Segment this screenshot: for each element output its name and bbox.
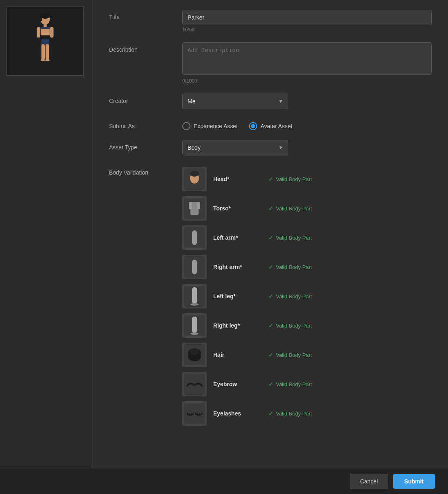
description-input[interactable] <box>182 42 432 75</box>
svg-rect-3 <box>44 24 46 27</box>
footer-bar: Cancel Submit <box>0 468 448 494</box>
left-arm-status: ✓ Valid Body Part <box>269 234 312 241</box>
svg-point-11 <box>41 59 45 61</box>
cancel-button[interactable]: Cancel <box>350 474 388 489</box>
body-validation-section: Body Validation Head* ✓ Valid Body P <box>109 165 432 427</box>
submit-button[interactable]: Submit <box>393 474 435 489</box>
left-leg-thumb <box>182 284 207 308</box>
check-icon: ✓ <box>269 410 273 417</box>
title-control: 16/50 <box>182 10 432 33</box>
table-row: Torso* ✓ Valid Body Part <box>182 195 432 222</box>
creator-row: Creator Me Group ▼ <box>109 94 432 109</box>
torso-status: ✓ Valid Body Part <box>269 205 312 212</box>
left-arm-status-text: Valid Body Part <box>276 235 312 241</box>
avatar-asset-radio[interactable] <box>249 122 257 130</box>
asset-type-row: Asset Type Body Clothing Accessory ▼ <box>109 140 432 155</box>
hair-status: ✓ Valid Body Part <box>269 352 312 358</box>
svg-rect-6 <box>42 39 49 44</box>
svg-point-15 <box>190 171 199 177</box>
table-row: Eyebrow ✓ Valid Body Part <box>182 370 432 398</box>
creator-label: Creator <box>109 94 182 104</box>
submit-as-radio-group: Experience Asset Avatar Asset <box>182 119 432 130</box>
avatar-asset-option[interactable]: Avatar Asset <box>249 122 292 130</box>
title-label: Title <box>109 10 182 20</box>
check-icon: ✓ <box>269 205 273 212</box>
sidebar <box>0 0 93 468</box>
eyelashes-name: Eyelashes <box>213 410 262 417</box>
submit-as-row: Submit As Experience Asset Avatar Asset <box>109 119 432 130</box>
title-input[interactable] <box>182 10 432 25</box>
svg-rect-35 <box>184 374 205 395</box>
right-leg-status: ✓ Valid Body Part <box>269 322 312 329</box>
check-icon: ✓ <box>269 352 273 358</box>
hair-name: Hair <box>213 352 262 358</box>
check-icon: ✓ <box>269 176 273 182</box>
table-row: Right leg* ✓ Valid Body Part <box>182 312 432 339</box>
torso-thumb <box>182 196 207 221</box>
svg-rect-25 <box>192 287 197 304</box>
svg-rect-2 <box>41 15 42 21</box>
eyelashes-status: ✓ Valid Body Part <box>269 410 312 417</box>
torso-name: Torso* <box>213 205 262 212</box>
check-icon: ✓ <box>269 381 273 387</box>
left-leg-status-text: Valid Body Part <box>276 293 312 299</box>
description-char-count: 0/1000 <box>182 78 432 84</box>
svg-rect-5 <box>41 27 50 29</box>
submit-as-control: Experience Asset Avatar Asset <box>182 119 432 130</box>
table-row: Left arm* ✓ Valid Body Part <box>182 224 432 251</box>
head-name: Head* <box>213 176 262 182</box>
eyelashes-status-text: Valid Body Part <box>276 411 312 417</box>
description-control: 0/1000 <box>182 42 432 84</box>
right-leg-status-text: Valid Body Part <box>276 323 312 329</box>
check-icon: ✓ <box>269 322 273 329</box>
creator-control: Me Group ▼ <box>182 94 432 109</box>
svg-line-38 <box>189 413 190 415</box>
table-row: Left leg* ✓ Valid Body Part <box>182 282 432 310</box>
experience-asset-radio[interactable] <box>182 122 190 130</box>
table-row: Eyelashes ✓ Valid Body Part <box>182 400 432 427</box>
svg-rect-9 <box>42 44 45 59</box>
table-row: Right arm* ✓ Valid Body Part <box>182 253 432 281</box>
body-validation-label: Body Validation <box>109 165 182 176</box>
title-row: Title 16/50 <box>109 10 432 33</box>
svg-point-34 <box>190 348 199 355</box>
eyebrow-name: Eyebrow <box>213 381 262 387</box>
experience-asset-label: Experience Asset <box>194 123 238 129</box>
experience-asset-option[interactable]: Experience Asset <box>182 122 238 130</box>
asset-type-select-wrapper: Body Clothing Accessory ▼ <box>182 140 288 155</box>
asset-type-select[interactable]: Body Clothing Accessory <box>182 140 288 155</box>
left-arm-thumb <box>182 225 207 250</box>
right-arm-name: Right arm* <box>213 264 262 270</box>
left-arm-name: Left arm* <box>213 234 262 241</box>
description-row: Description 0/1000 <box>109 42 432 84</box>
title-char-count: 16/50 <box>182 27 432 33</box>
avatar-preview <box>7 7 84 76</box>
eyebrow-status-text: Valid Body Part <box>276 381 312 387</box>
head-status-text: Valid Body Part <box>276 176 312 182</box>
svg-rect-21 <box>192 230 197 245</box>
left-leg-status: ✓ Valid Body Part <box>269 293 312 299</box>
eyelashes-thumb <box>182 401 207 426</box>
right-arm-status-text: Valid Body Part <box>276 264 312 270</box>
svg-point-26 <box>190 303 199 306</box>
validation-list: Head* ✓ Valid Body Part <box>182 165 432 427</box>
svg-rect-28 <box>192 317 197 333</box>
left-leg-name: Left leg* <box>213 293 262 299</box>
check-icon: ✓ <box>269 264 273 270</box>
submit-as-label: Submit As <box>109 119 182 129</box>
hair-thumb <box>182 343 207 367</box>
svg-rect-18 <box>189 202 192 209</box>
svg-point-29 <box>190 332 199 335</box>
avatar-asset-label: Avatar Asset <box>260 123 292 129</box>
creator-select[interactable]: Me Group <box>182 94 288 109</box>
table-row: Hair ✓ Valid Body Part <box>182 341 432 369</box>
svg-rect-8 <box>50 27 53 37</box>
check-icon: ✓ <box>269 293 273 299</box>
asset-type-label: Asset Type <box>109 140 182 151</box>
svg-line-41 <box>196 413 196 415</box>
right-leg-name: Right leg* <box>213 322 262 329</box>
creator-select-wrapper: Me Group ▼ <box>182 94 288 109</box>
svg-line-40 <box>193 413 193 415</box>
right-arm-status: ✓ Valid Body Part <box>269 264 312 270</box>
svg-line-42 <box>197 413 198 415</box>
